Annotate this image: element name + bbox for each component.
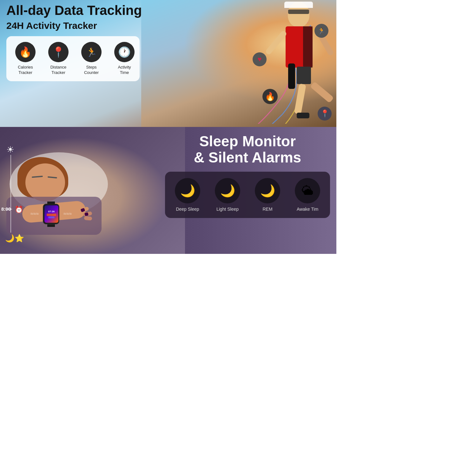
watch-band-bottom	[47, 224, 55, 227]
vibration-right: ≈≈≈	[63, 211, 72, 217]
distance-label: DistanceTracker	[50, 65, 67, 76]
feature-item-activity: 🕐 ActivityTime	[112, 42, 137, 76]
sleep-item-light: 🌙 Light Sleep	[212, 178, 243, 212]
time-label: 8:00	[1, 206, 11, 212]
calories-icon-circle: 🔥	[15, 42, 36, 62]
watch-band-top	[47, 202, 55, 204]
sleeping-face	[25, 163, 65, 202]
runner-leg-front	[294, 83, 306, 114]
fingernail-2	[84, 212, 89, 216]
feature-card: 🔥 CaloriesTracker 📍 DistanceTracker 🏃 St…	[6, 36, 140, 81]
finger-3	[84, 216, 92, 221]
watch-time-display: 07:26	[48, 210, 55, 213]
watch-bar-2	[48, 216, 55, 218]
sun-timeline-icon: ☀	[6, 144, 14, 155]
feature-item-distance: 📍 DistanceTracker	[46, 42, 71, 76]
smartwatch: 07:26	[43, 204, 59, 224]
runner-leg-back	[310, 82, 334, 103]
sleeping-background: 07:26 ≈≈≈ ≈≈≈ ☀ 8:00 ⏰ 🌙⭐	[0, 127, 185, 254]
timeline-vertical-line	[10, 155, 11, 233]
runner-watch-band	[288, 63, 295, 89]
deep-sleep-icon-circle: 🌙	[175, 178, 200, 203]
top-section: 🏃 ♥ 🔥 📍 All-day Data Tracking 24H Activi…	[0, 0, 336, 127]
runner-glasses	[288, 10, 309, 14]
vibration-left: ≈≈≈	[30, 211, 39, 217]
distance-icon-circle: 📍	[48, 42, 69, 62]
activity-icon-circle: 🕐	[114, 42, 135, 62]
awake-icon-circle: 🌥	[295, 178, 320, 203]
feature-item-steps: 🏃 StepsCounter	[79, 42, 104, 76]
sleep-item-rem: 🌙 REM	[252, 178, 283, 212]
runner-arm-front	[265, 30, 288, 56]
feature-item-calories: 🔥 CaloriesTracker	[13, 42, 38, 76]
main-title: All-day Data Tracking	[6, 3, 149, 18]
deep-sleep-moon-icon: 🌙	[180, 184, 195, 198]
alarm-icon: ⏰	[15, 206, 23, 214]
light-sleep-moon-icon: 🌙	[220, 184, 235, 198]
runner-shoe	[297, 113, 309, 118]
runner-background: 🏃 ♥ 🔥 📍	[141, 0, 336, 127]
fire-float-icon: 🔥	[262, 89, 278, 104]
awake-label: Awake Tim	[297, 207, 318, 212]
steps-icon: 🏃	[86, 47, 97, 57]
heart-float-icon: ♥	[253, 52, 267, 66]
sleep-content-area: Sleep Monitor& Silent Alarms 🌙 Deep Slee…	[165, 133, 330, 218]
light-sleep-icon-circle: 🌙	[215, 178, 240, 203]
steps-icon-circle: 🏃	[81, 42, 102, 62]
light-sleep-label: Light Sleep	[216, 207, 239, 212]
moon-timeline-icon: 🌙⭐	[5, 234, 24, 243]
rem-moon-icon: 🌙	[260, 184, 275, 198]
activity-tracker-subtitle: 24H Activity Tracker	[6, 20, 149, 31]
sleep-features-card: 🌙 Deep Sleep 🌙 Light Sleep 🌙 REM	[165, 172, 330, 218]
runner-visor	[284, 2, 313, 8]
runner-shorts	[297, 67, 311, 84]
swirl-lines	[219, 10, 330, 124]
deep-sleep-label: Deep Sleep	[176, 207, 199, 212]
fire-icon: 🔥	[19, 46, 32, 58]
sleep-item-awake: 🌥 Awake Tim	[292, 178, 323, 212]
bottom-section: 07:26 ≈≈≈ ≈≈≈ ☀ 8:00 ⏰ 🌙⭐ Sleep Monitor&…	[0, 127, 336, 254]
rem-icon-circle: 🌙	[255, 178, 280, 203]
clock-icon: 🕐	[118, 46, 131, 58]
rem-label: REM	[262, 207, 272, 212]
awake-icon: 🌥	[301, 184, 314, 198]
running-float-icon: 🏃	[314, 24, 328, 38]
steps-label: StepsCounter	[84, 65, 99, 76]
location-icon: 📍	[52, 46, 65, 58]
watch-screen: 07:26	[44, 205, 58, 223]
watch-bar	[47, 214, 56, 216]
top-text-area: All-day Data Tracking 24H Activity Track…	[6, 3, 149, 81]
sleep-title: Sleep Monitor& Silent Alarms	[165, 133, 330, 165]
location-float-icon: 📍	[318, 107, 332, 121]
calories-label: CaloriesTracker	[18, 65, 33, 76]
sleep-item-deep: 🌙 Deep Sleep	[172, 178, 203, 212]
activity-label: ActivityTime	[118, 65, 131, 76]
runner-shirt-accent	[303, 26, 313, 68]
